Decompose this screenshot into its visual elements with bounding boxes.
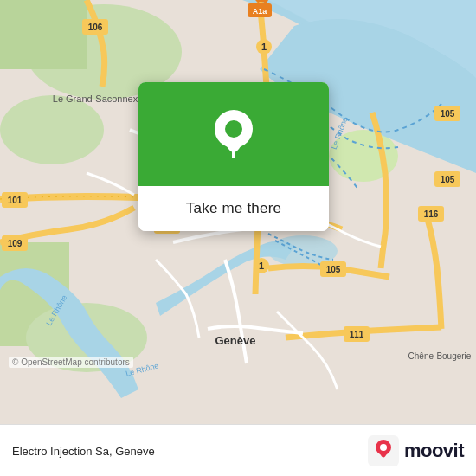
svg-text:116: 116 (424, 209, 439, 219)
popup-button-area[interactable]: Take me there (138, 186, 329, 231)
svg-text:105: 105 (441, 109, 455, 119)
location-name: Electro Injection Sa, Geneve (12, 445, 155, 458)
location-info: Electro Injection Sa, Geneve (12, 443, 155, 458)
svg-text:Chêne-Bougerie: Chêne-Bougerie (408, 351, 472, 361)
svg-text:109: 109 (8, 239, 23, 248)
svg-text:111: 111 (350, 330, 364, 339)
moovit-icon (368, 435, 399, 466)
popup-green-area (138, 82, 329, 186)
bottom-bar: Electro Injection Sa, Geneve moovit (0, 424, 476, 476)
svg-text:Le Grand-Saconnex: Le Grand-Saconnex (53, 93, 138, 104)
svg-text:106: 106 (88, 23, 103, 32)
svg-text:1: 1 (261, 42, 267, 52)
svg-point-43 (380, 444, 387, 451)
svg-point-2 (0, 95, 104, 164)
map-attribution: © OpenStreetMap contributors (9, 357, 133, 368)
popup-card: Take me there (138, 82, 329, 231)
svg-text:Genève: Genève (215, 334, 256, 347)
svg-rect-3 (0, 0, 87, 69)
map-container: 106 A1a 1 105 105 116 101 109 101 (0, 0, 476, 424)
moovit-brand-text: moovit (404, 440, 464, 462)
svg-text:105: 105 (441, 175, 455, 184)
moovit-logo: moovit (368, 435, 464, 466)
take-me-there-button[interactable]: Take me there (179, 196, 288, 221)
svg-text:105: 105 (326, 265, 341, 274)
svg-text:A1a: A1a (253, 7, 268, 16)
svg-text:1: 1 (259, 261, 264, 271)
svg-text:101: 101 (8, 196, 23, 205)
location-pin-icon (211, 108, 256, 160)
svg-point-40 (225, 120, 242, 138)
